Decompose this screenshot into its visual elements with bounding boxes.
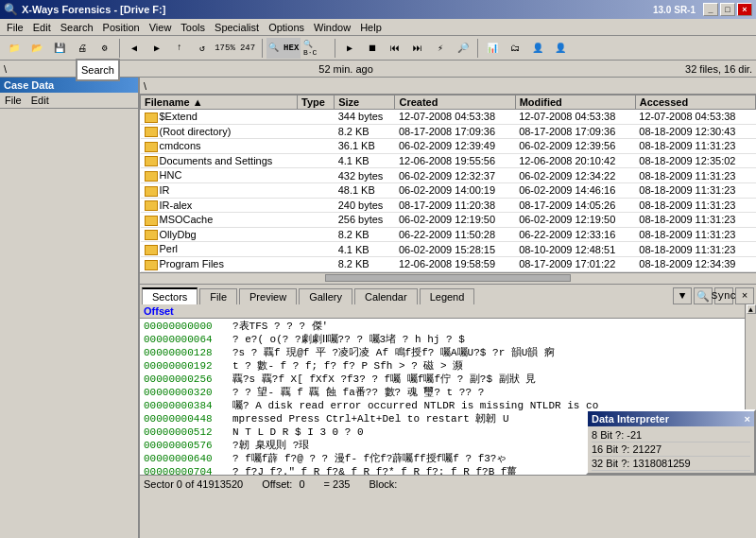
- tool-btn-23[interactable]: 👤: [550, 38, 571, 59]
- menu-position[interactable]: Position: [98, 21, 145, 34]
- table-row[interactable]: HNC432 bytes06-02-2009 12:32:3706-02-200…: [141, 168, 756, 183]
- file-type-cell: [298, 124, 335, 139]
- file-modified-cell: 12-07-2008 04:53:38: [515, 110, 635, 125]
- tool-btn-20[interactable]: 📊: [482, 38, 503, 59]
- refresh-button[interactable]: ↺: [192, 38, 213, 59]
- status-bar: Sector 0 of 41913520 Offset: 0 = 235 Blo…: [140, 475, 756, 492]
- table-row[interactable]: IR48.1 KB06-02-2009 14:00:1906-02-2009 1…: [141, 182, 756, 198]
- tool-btn-21[interactable]: 🗂: [505, 38, 525, 59]
- tab-bar: Sectors File Preview Gallery Calendar Le…: [140, 284, 756, 304]
- menu-window[interactable]: Window: [309, 21, 355, 34]
- tab-calendar[interactable]: Calendar: [354, 288, 418, 304]
- play-button[interactable]: ▶: [339, 38, 360, 59]
- menu-search[interactable]: Search: [56, 21, 98, 34]
- file-accessed-cell: 08-18-2009 11:31:23: [635, 182, 755, 198]
- table-row[interactable]: Perl4.1 KB06-02-2009 15:28:1508-10-2009 …: [141, 242, 756, 257]
- offset-label: Offset: 0: [262, 478, 304, 490]
- new-case-button[interactable]: 📁: [4, 38, 25, 59]
- file-type-cell: [298, 168, 335, 183]
- table-row[interactable]: $Extend344 bytes12-07-2008 04:53:3812-07…: [141, 110, 756, 125]
- search-button[interactable]: 🔍 HEX: [266, 38, 301, 59]
- menu-view[interactable]: View: [145, 21, 177, 34]
- hex-data: ? ? 望- 覊 f 覊 蝕 fa番?? 數? 魂 璽? t ?? ?: [232, 386, 752, 399]
- table-row[interactable]: (Root directory)8.2 KB08-17-2008 17:09:3…: [141, 124, 756, 139]
- data-interpreter-title: Data Interpreter ×: [588, 411, 754, 426]
- file-created-cell: 08-17-2008 17:09:36: [395, 124, 515, 139]
- data-interpreter-title-text: Data Interpreter: [592, 413, 669, 425]
- table-row[interactable]: cmdcons36.1 KB06-02-2009 12:39:4906-02-2…: [141, 139, 756, 154]
- minimize-button[interactable]: _: [703, 3, 718, 16]
- file-created-cell: 06-02-2009 12:32:37: [395, 168, 515, 183]
- tab-dropdown-button[interactable]: ▼: [673, 287, 692, 304]
- file-created-cell: 12-06-2008 19:55:56: [395, 153, 515, 168]
- tool-btn-5[interactable]: ⚙: [94, 38, 115, 59]
- open-button[interactable]: 📂: [26, 38, 47, 59]
- menu-specialist[interactable]: Specialist: [210, 21, 264, 34]
- case-file-menu[interactable]: File: [2, 94, 25, 107]
- col-type[interactable]: Type: [298, 95, 335, 110]
- tool-btn-19[interactable]: 🔎: [453, 38, 473, 59]
- up-button[interactable]: ↑: [169, 38, 190, 59]
- tool-btn-13[interactable]: 🔍 B·C: [302, 38, 331, 59]
- prev-button[interactable]: ⏮: [385, 38, 405, 59]
- file-size-cell: 4.1 KB: [335, 242, 395, 257]
- tab-gallery[interactable]: Gallery: [299, 288, 352, 304]
- tool-btn-10[interactable]: 175%: [215, 38, 235, 59]
- file-name-cell: $Extend: [141, 110, 298, 125]
- file-name-cell: cmdcons: [141, 139, 298, 154]
- case-edit-menu[interactable]: Edit: [28, 94, 52, 107]
- di-row-16bit: 16 Bit ?: 21227: [592, 443, 750, 457]
- stop-button[interactable]: ⏹: [362, 38, 383, 59]
- close-button[interactable]: ×: [737, 3, 752, 16]
- table-row[interactable]: MSOCache256 bytes06-02-2009 12:19:5006-0…: [141, 213, 756, 228]
- di-label-16bit: 16 Bit ?:: [592, 443, 629, 455]
- back-button[interactable]: ◀: [124, 38, 145, 59]
- tab-search-button[interactable]: 🔍: [694, 287, 713, 304]
- horizontal-scrollbar[interactable]: [140, 272, 756, 284]
- table-row[interactable]: IR-alex240 bytes08-17-2009 11:20:3808-17…: [141, 198, 756, 213]
- folder-icon: [145, 171, 158, 182]
- menu-file[interactable]: File: [2, 21, 28, 34]
- col-modified[interactable]: Modified: [515, 95, 635, 110]
- file-created-cell: 06-02-2009 15:28:15: [395, 242, 515, 257]
- menu-options[interactable]: Options: [264, 21, 309, 34]
- file-modified-cell: 06-02-2009 12:34:22: [515, 168, 635, 183]
- tab-preview[interactable]: Preview: [239, 288, 297, 304]
- tab-file[interactable]: File: [199, 288, 237, 304]
- menu-tools[interactable]: Tools: [176, 21, 210, 34]
- file-type-cell: [298, 227, 335, 242]
- table-row[interactable]: Documents and Settings4.1 KB12-06-2008 1…: [141, 153, 756, 168]
- tab-sectors[interactable]: Sectors: [142, 287, 198, 304]
- col-filename[interactable]: Filename ▲: [141, 95, 298, 110]
- print-button[interactable]: 🖨: [72, 38, 93, 59]
- equals-value: = 235: [324, 478, 351, 490]
- forward-button[interactable]: ▶: [146, 38, 167, 59]
- table-row[interactable]: OllyDbg8.2 KB06-22-2009 11:50:2806-22-20…: [141, 227, 756, 242]
- table-row[interactable]: Program Files8.2 KB12-06-2008 19:58:5908…: [141, 256, 756, 271]
- hex-data: 覊?s 覊?f X[ fXfX ?f3? ? f囑 囑f囑f佇 ? 副?$ 副狀…: [232, 373, 752, 386]
- di-value-32bit: 1318081259: [632, 458, 690, 469]
- hex-offset: 00000000000: [144, 320, 229, 333]
- tab-sync-button[interactable]: Sync: [714, 287, 733, 304]
- col-accessed[interactable]: Accessed: [635, 95, 755, 110]
- next-button[interactable]: ⏭: [407, 38, 428, 59]
- file-size-cell: 36.1 KB: [335, 139, 395, 154]
- menu-help[interactable]: Help: [355, 21, 387, 34]
- col-created[interactable]: Created: [395, 95, 515, 110]
- tool-btn-11[interactable]: 247: [237, 38, 258, 59]
- data-interpreter-close[interactable]: ×: [745, 413, 750, 425]
- col-size[interactable]: Size: [335, 95, 395, 110]
- maximize-button[interactable]: □: [720, 3, 735, 16]
- tab-legend[interactable]: Legend: [420, 288, 475, 304]
- save-button[interactable]: 💾: [49, 38, 70, 59]
- di-value-16bit: 21227: [632, 443, 662, 455]
- tool-btn-22[interactable]: 👤: [527, 38, 548, 59]
- file-table-container[interactable]: Filename ▲ Type Size Created Modified Ac…: [140, 95, 756, 284]
- di-row-32bit: 32 Bit ?: 1318081259: [592, 457, 750, 471]
- hex-header: Offset: [140, 304, 756, 319]
- menu-edit[interactable]: Edit: [28, 21, 56, 34]
- tab-close-button[interactable]: ×: [735, 287, 754, 304]
- hex-offset: 00000000512: [144, 425, 229, 439]
- tool-btn-18[interactable]: ⚡: [430, 38, 451, 59]
- scroll-up-button[interactable]: ▲: [747, 304, 756, 314]
